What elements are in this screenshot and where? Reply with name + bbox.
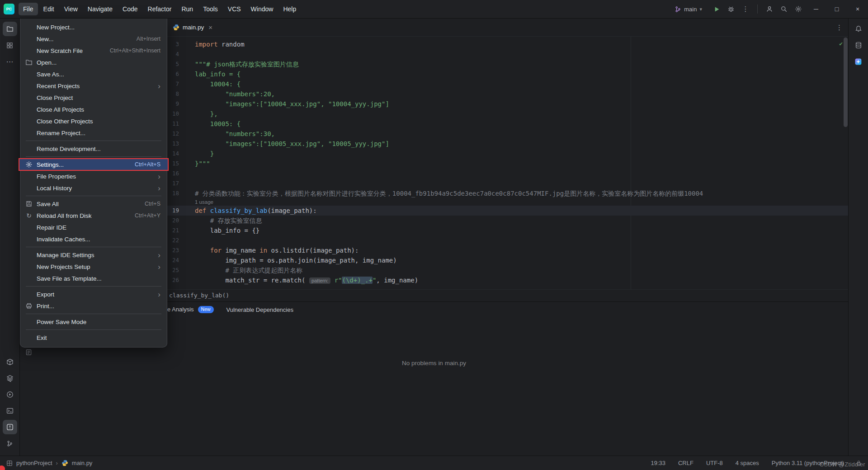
file-menu-item-local-history[interactable]: Local History›	[20, 182, 167, 194]
file-menu-item-invalidate-caches[interactable]: Invalidate Caches...	[20, 233, 167, 245]
tab-close-icon[interactable]: ×	[208, 24, 212, 31]
editor-options-kebab-icon[interactable]: ⋮	[836, 24, 843, 32]
file-menu-item-close-other-projects[interactable]: Close Other Projects	[20, 115, 167, 127]
file-menu-item-settings[interactable]: Settings...Ctrl+Alt+S	[19, 159, 168, 170]
file-menu-item-remote-development[interactable]: Remote Development...	[20, 143, 167, 155]
code-line-17[interactable]: 17	[167, 179, 848, 188]
sticky-function-bar[interactable]: classify_by_lab()	[167, 289, 848, 301]
minimize-button[interactable]: ─	[806, 0, 826, 18]
code-line-10[interactable]: 10 },	[167, 109, 848, 119]
code-line-13[interactable]: 13 "images":["10005_xxx.jpg", "10005_yyy…	[167, 139, 848, 149]
file-menu-item-repair-ide[interactable]: Repair IDE	[20, 221, 167, 233]
usages-inlay-hint[interactable]: 1 usage	[167, 198, 848, 206]
menu-tools[interactable]: Tools	[198, 3, 222, 15]
file-menu-item-power-save-mode[interactable]: Power Save Mode	[20, 316, 167, 328]
code-line-3[interactable]: 3import random	[167, 39, 848, 49]
file-menu-item-recent-projects[interactable]: Recent Projects›	[20, 80, 167, 92]
services-tool-button[interactable]	[3, 371, 17, 385]
structure-tool-button[interactable]	[3, 38, 17, 52]
menu-window[interactable]: Window	[246, 3, 278, 15]
code-line-7[interactable]: 7 10004: {	[167, 79, 848, 89]
inspections-ok-icon[interactable]: ✔	[839, 40, 843, 47]
python-packages-tool-button[interactable]	[3, 355, 17, 369]
run-button[interactable]	[709, 3, 724, 15]
status-item[interactable]: UTF-8	[706, 460, 723, 466]
ai-assistant-button[interactable]	[851, 54, 866, 69]
search-everywhere-button[interactable]	[777, 3, 791, 15]
breadcrumb-file[interactable]: main.py	[72, 460, 93, 466]
code-editor[interactable]: 3import random45"""# json格式存放实验室图片信息6lab…	[167, 37, 848, 289]
code-line-19[interactable]: 19def classify_by_lab(image_path):	[167, 206, 848, 216]
tab-vulnerable-dependencies[interactable]: Vulnerable Dependencies	[226, 306, 293, 313]
file-menu-item-exit[interactable]: Exit	[20, 332, 167, 343]
menu-code[interactable]: Code	[118, 3, 142, 15]
menu-help[interactable]: Help	[278, 3, 301, 15]
database-tool-button[interactable]	[851, 38, 866, 52]
notifications-button[interactable]	[851, 22, 866, 36]
problems-options-button[interactable]	[24, 347, 33, 357]
menu-view[interactable]: View	[60, 3, 82, 15]
menu-refactor[interactable]: Refactor	[143, 3, 176, 15]
file-menu-item-close-all-projects[interactable]: Close All Projects	[20, 103, 167, 115]
file-menu-item-open[interactable]: Open...	[20, 56, 167, 68]
code-line-5[interactable]: 5"""# json格式存放实验室图片信息	[167, 59, 848, 69]
code-line-12[interactable]: 12 "numbers":30,	[167, 129, 848, 139]
code-line-6[interactable]: 6lab_info = {	[167, 69, 848, 79]
file-menu-item-new[interactable]: New...Alt+Insert	[20, 33, 167, 45]
close-button[interactable]: ×	[847, 0, 868, 18]
code-line-11[interactable]: 11 10005: {	[167, 119, 848, 129]
debug-button[interactable]	[724, 3, 738, 15]
status-item[interactable]: CRLF	[678, 460, 693, 466]
file-menu-item-reload-all-from-disk[interactable]: ↻Reload All from DiskCtrl+Alt+Y	[20, 210, 167, 221]
code-line-16[interactable]: 16	[167, 169, 848, 179]
title-bar: PC FileEditViewNavigateCodeRefactorRunTo…	[0, 0, 868, 19]
tab-analysis[interactable]: e Analysis New	[167, 306, 214, 313]
more-tools-button[interactable]: ⋯	[3, 54, 17, 69]
code-line-14[interactable]: 14 }	[167, 149, 848, 159]
status-item[interactable]: 4 spaces	[736, 460, 759, 466]
editor-scrollbar[interactable]	[844, 38, 848, 127]
tab-main-py[interactable]: main.py ×	[167, 19, 218, 37]
menu-navigate[interactable]: Navigate	[83, 3, 117, 15]
more-actions-button[interactable]: ⋮	[738, 3, 753, 15]
file-menu-item-file-properties[interactable]: File Properties›	[20, 170, 167, 182]
terminal-tool-button[interactable]	[3, 404, 17, 418]
menu-edit[interactable]: Edit	[39, 3, 59, 15]
git-branch-widget[interactable]: main ▾	[670, 3, 707, 15]
maximize-button[interactable]: □	[826, 0, 847, 18]
problems-tool-button[interactable]	[3, 420, 17, 434]
code-line-4[interactable]: 4	[167, 49, 848, 59]
version-control-tool-button[interactable]	[3, 436, 17, 451]
menu-vcs[interactable]: VCS	[223, 3, 245, 15]
file-menu-item-print[interactable]: Print...	[20, 300, 167, 312]
file-menu-item-save-as[interactable]: Save As...	[20, 68, 167, 80]
menu-file[interactable]: File	[19, 3, 38, 15]
file-menu-item-rename-project[interactable]: Rename Project...	[20, 127, 167, 139]
run-tool-button[interactable]	[3, 387, 17, 402]
file-menu-item-export[interactable]: Export›	[20, 288, 167, 300]
project-tool-button[interactable]	[3, 22, 17, 36]
code-line-8[interactable]: 8 "numbers":20,	[167, 89, 848, 99]
breadcrumb-project[interactable]: pythonProject	[16, 460, 52, 466]
code-line-21[interactable]: 21 lab_info = {}	[167, 226, 848, 235]
code-line-18[interactable]: 18# 分类函数功能：实验室分类，根据图片名称对图片进行实验室分类，10004_…	[167, 188, 848, 198]
file-menu-item-close-project[interactable]: Close Project	[20, 92, 167, 103]
code-line-24[interactable]: 24 img_path = os.path.join(image_path, i…	[167, 255, 848, 265]
code-line-26[interactable]: 26 match_str = re.match( pattern: r"(\d+…	[167, 275, 848, 285]
code-line-20[interactable]: 20 # 存放实验室信息	[167, 216, 848, 226]
code-line-15[interactable]: 15}"""	[167, 159, 848, 169]
settings-button[interactable]	[791, 3, 806, 15]
file-menu-item-new-scratch-file[interactable]: New Scratch FileCtrl+Alt+Shift+Insert	[20, 45, 167, 56]
status-item[interactable]: 19:33	[651, 460, 665, 466]
menu-run[interactable]: Run	[177, 3, 198, 15]
code-line-9[interactable]: 9 "images":["10004_xxx.jpg", "10004_yyy.…	[167, 99, 848, 109]
file-menu-item-new-projects-setup[interactable]: New Projects Setup›	[20, 261, 167, 273]
code-line-22[interactable]: 22	[167, 235, 848, 245]
file-menu-item-save-all[interactable]: Save AllCtrl+S	[20, 198, 167, 210]
file-menu-item-new-project[interactable]: New Project...	[20, 21, 167, 33]
code-with-me-button[interactable]	[762, 3, 777, 15]
file-menu-item-save-file-as-template[interactable]: Save File as Template...	[20, 273, 167, 284]
code-line-23[interactable]: 23 for img_name in os.listdir(image_path…	[167, 245, 848, 255]
code-line-25[interactable]: 25 # 正则表达式提起图片名称	[167, 265, 848, 275]
file-menu-item-manage-ide-settings[interactable]: Manage IDE Settings›	[20, 249, 167, 261]
